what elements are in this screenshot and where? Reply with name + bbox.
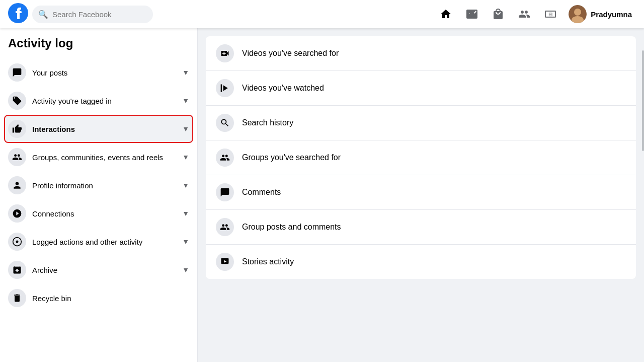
sidebar-item-activity-tagged[interactable]: Activity you're tagged in ▼ (4, 87, 193, 115)
your-posts-icon (8, 63, 26, 82)
stories-icon (216, 253, 234, 271)
chevron-archive: ▼ (182, 266, 189, 274)
profile-button[interactable]: Pradyumna (565, 3, 636, 25)
chevron-logged-actions: ▼ (182, 238, 189, 246)
gaming-nav-button[interactable]: ⊟ (538, 2, 562, 26)
sidebar-item-connections[interactable]: Connections ▼ (4, 199, 193, 228)
profile-info-icon (8, 176, 26, 194)
content-item-search-history[interactable]: Search history (206, 106, 636, 140)
facebook-logo[interactable] (8, 3, 28, 25)
home-nav-button[interactable] (434, 2, 458, 26)
search-input[interactable] (52, 10, 147, 19)
sidebar-label-recycle-bin: Recycle bin (32, 294, 189, 303)
content-item-groups-searched[interactable]: Groups you've searched for (206, 140, 636, 175)
comments-icon (216, 183, 234, 201)
chevron-your-posts: ▼ (182, 68, 189, 77)
profile-name: Pradyumna (591, 10, 632, 19)
sidebar: Activity log Your posts ▼ Activity you'r… (0, 28, 198, 362)
sidebar-label-logged-actions: Logged actions and other activity (32, 238, 180, 246)
recycle-bin-icon (8, 289, 26, 307)
logged-actions-icon (8, 233, 26, 251)
sidebar-item-profile[interactable]: Profile information ▼ (4, 171, 193, 199)
search-history-label: Search history (242, 118, 293, 127)
sidebar-item-interactions[interactable]: Interactions ▼ (4, 115, 193, 143)
chevron-activity-tagged: ▼ (182, 97, 189, 105)
archive-icon (8, 261, 26, 279)
content-item-videos-searched[interactable]: Videos you've searched for (206, 36, 636, 71)
chevron-interactions: ▼ (182, 125, 189, 133)
interactions-content-card: Videos you've searched for Videos you've… (206, 36, 636, 279)
svg-text:⊟: ⊟ (548, 12, 552, 17)
content-item-videos-watched[interactable]: Videos you've watched (206, 71, 636, 106)
sidebar-label-activity-tagged: Activity you're tagged in (32, 97, 180, 105)
svg-point-8 (16, 241, 19, 243)
content-area: Videos you've searched for Videos you've… (198, 28, 644, 362)
stories-label: Stories activity (242, 257, 294, 266)
group-posts-label: Group posts and comments (242, 223, 341, 232)
sidebar-title: Activity log (4, 36, 193, 58)
main-layout: Activity log Your posts ▼ Activity you'r… (0, 28, 644, 362)
svg-rect-9 (221, 85, 222, 92)
sidebar-item-archive[interactable]: Archive ▼ (4, 256, 193, 284)
search-icon: 🔍 (38, 10, 48, 19)
groups-searched-icon (216, 149, 234, 167)
chevron-groups: ▼ (182, 153, 189, 161)
sidebar-item-logged-actions[interactable]: Logged actions and other activity ▼ (4, 228, 193, 256)
avatar (569, 5, 587, 23)
marketplace-nav-button[interactable] (486, 2, 510, 26)
content-item-stories[interactable]: Stories activity (206, 245, 636, 279)
content-item-comments[interactable]: Comments (206, 175, 636, 210)
chevron-profile: ▼ (182, 181, 189, 189)
videos-searched-icon (216, 44, 234, 62)
search-history-icon (216, 114, 234, 132)
sidebar-item-groups[interactable]: Groups, communities, events and reels ▼ (4, 143, 193, 171)
videos-watched-label: Videos you've watched (242, 84, 324, 93)
svg-point-5 (574, 9, 581, 16)
groups-nav-button[interactable] (512, 2, 536, 26)
sidebar-label-archive: Archive (32, 266, 180, 274)
videos-searched-label: Videos you've searched for (242, 49, 339, 58)
sidebar-label-connections: Connections (32, 209, 180, 218)
sidebar-item-your-posts[interactable]: Your posts ▼ (4, 58, 193, 87)
connections-icon (8, 204, 26, 223)
groups-icon (8, 148, 26, 166)
sidebar-label-your-posts: Your posts (32, 68, 180, 77)
sidebar-label-groups: Groups, communities, events and reels (32, 153, 180, 162)
video-nav-button[interactable] (460, 2, 484, 26)
activity-tagged-icon (8, 92, 26, 110)
content-item-group-posts[interactable]: Group posts and comments (206, 210, 636, 245)
interactions-icon (8, 120, 26, 138)
search-bar[interactable]: 🔍 (32, 6, 153, 23)
top-navigation: 🔍 ⊟ Pradyumna (0, 0, 644, 28)
group-posts-icon (216, 218, 234, 236)
nav-icons: ⊟ Pradyumna (434, 2, 636, 26)
chevron-connections: ▼ (182, 209, 189, 218)
sidebar-item-recycle-bin[interactable]: Recycle bin (4, 284, 193, 312)
sidebar-label-profile: Profile information (32, 181, 180, 190)
groups-searched-label: Groups you've searched for (242, 153, 341, 162)
comments-label: Comments (242, 188, 281, 197)
videos-watched-icon (216, 79, 234, 97)
sidebar-label-interactions: Interactions (32, 125, 180, 133)
